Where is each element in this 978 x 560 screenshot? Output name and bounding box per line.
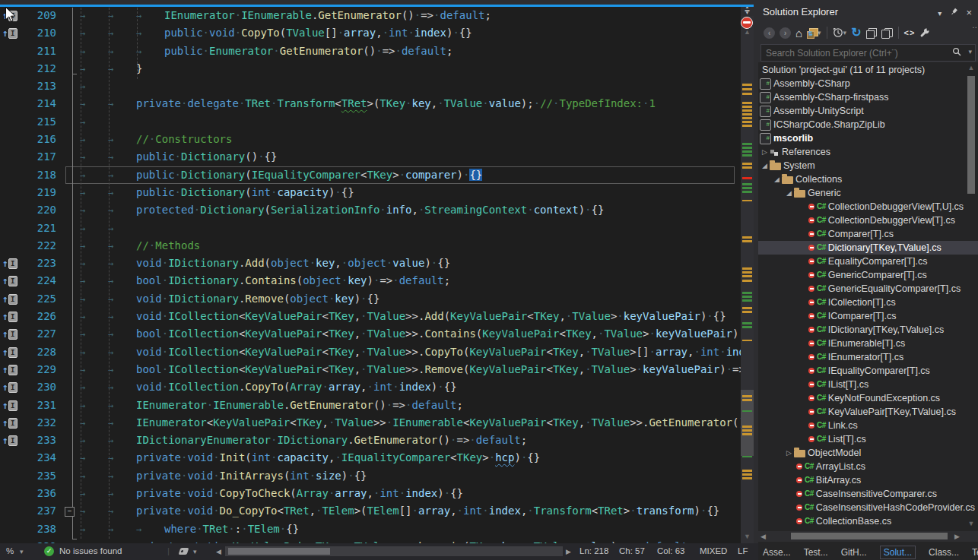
code-line[interactable]: ↑I228→→void·ICollection<KeyValuePair<TKe…: [0, 343, 741, 361]
tree-item-file[interactable]: C#GenericComparer[T].cs: [758, 268, 978, 282]
collapse-region-icon[interactable]: −: [65, 507, 75, 517]
implementation-margin[interactable]: ↑I: [2, 432, 23, 449]
code-text[interactable]: →→void·ICollection.CopyTo(Array·array,·i…: [80, 378, 741, 397]
tree-item-file[interactable]: C#IEnumerable[T].cs: [758, 337, 978, 350]
tree-item-file[interactable]: C#BitArray.cs: [758, 473, 978, 487]
code-text[interactable]: →→→where·TRet·:·TElem·{}: [80, 520, 741, 539]
tree-item-fold[interactable]: ◢System: [758, 159, 966, 172]
issues-status-label[interactable]: No issues found: [59, 546, 122, 555]
expanded-chevron-icon[interactable]: ◢: [772, 172, 782, 186]
tree-item-file[interactable]: C#CaseInsensitiveComparer.cs: [758, 487, 978, 501]
code-text[interactable]: →→bool·IDictionary.Contains(object·key)·…: [80, 272, 741, 290]
interface-implementation-icon[interactable]: I: [8, 382, 17, 393]
code-text[interactable]: →→}: [80, 60, 741, 78]
up-arrow-icon[interactable]: ↑: [2, 417, 8, 429]
tree-item-file[interactable]: C#GenericEqualityComparer[T].cs: [758, 282, 978, 296]
code-line[interactable]: ↑I229→→bool·ICollection<KeyValuePair<TKe…: [0, 361, 741, 378]
code-line[interactable]: ↑I227→→bool·ICollection<KeyValuePair<TKe…: [0, 325, 741, 343]
zoom-selector[interactable]: %: [6, 546, 14, 555]
implementation-margin[interactable]: ↑I: [2, 325, 23, 343]
code-line[interactable]: 238→→→where·TRet·:·TElem·{}: [0, 520, 741, 538]
code-text[interactable]: →→private·void·CopyToCheck(Array·array,·…: [80, 485, 741, 503]
code-line[interactable]: ↑I231→→IEnumerator·IEnumerable.GetEnumer…: [0, 397, 741, 414]
tool-window-tab[interactable]: Tea...: [972, 547, 978, 558]
tree-item-refs[interactable]: ▷References: [758, 145, 966, 159]
sync-with-active-document-button[interactable]: [879, 24, 895, 41]
code-text[interactable]: →→protected·Dictionary(SerializationInfo…: [80, 201, 741, 220]
code-line[interactable]: 211→→→public·Enumerator·GetEnumerator()·…: [0, 43, 741, 60]
chevron-down-icon[interactable]: ▾: [193, 548, 197, 555]
up-arrow-icon[interactable]: ↑: [2, 275, 8, 286]
tree-item-fold[interactable]: ◢Generic: [758, 186, 978, 200]
code-line[interactable]: 239→→private·static·KeyValuePair<TKey,·T…: [0, 538, 741, 543]
forward-button[interactable]: ›: [777, 24, 793, 41]
tool-window-tab[interactable]: GitH...: [841, 547, 867, 558]
tree-item-file[interactable]: C#IEnumerator[T].cs: [758, 350, 978, 364]
code-line[interactable]: 215→: [0, 113, 741, 131]
implementation-margin[interactable]: ↑I: [2, 378, 23, 396]
tree-item-proj[interactable]: Assembly-CSharp: [758, 77, 966, 90]
code-text[interactable]: →→//·Methods: [80, 237, 741, 255]
code-line[interactable]: ↑I225→→void·IDictionary.Remove(object·ke…: [0, 290, 741, 308]
code-text[interactable]: →→private·delegate·TRet·Transform<TRet>(…: [80, 95, 741, 113]
up-arrow-icon[interactable]: ↑: [2, 311, 8, 322]
tree-item-proj[interactable]: Assembly-UnityScript: [758, 104, 966, 118]
search-input[interactable]: [764, 46, 942, 60]
implementation-margin[interactable]: ↑I: [2, 255, 23, 272]
tree-item-fold[interactable]: ▷ObjectModel: [758, 446, 978, 460]
up-arrow-icon[interactable]: ↑: [2, 435, 8, 446]
tree-item-file[interactable]: C#IEqualityComparer[T].cs: [758, 364, 978, 378]
code-line[interactable]: 216→→//·Constructors: [0, 131, 741, 148]
code-text[interactable]: →: [80, 113, 741, 131]
search-icon[interactable]: [952, 47, 961, 56]
code-line[interactable]: ↑I223→→void·IDictionary.Add(object·key,·…: [0, 255, 741, 272]
tool-window-tab[interactable]: Test...: [804, 547, 828, 558]
scroll-down-arrow-icon[interactable]: ▼: [741, 533, 754, 540]
home-button[interactable]: ⌂: [793, 24, 805, 41]
tree-item-file[interactable]: C#KeyNotFoundException.cs: [758, 391, 978, 405]
up-arrow-icon[interactable]: ↑: [2, 400, 8, 411]
tree-item-file[interactable]: C#List[T].cs: [758, 432, 978, 446]
code-line[interactable]: 237−→→private·void·Do_CopyTo<TRet,·TElem…: [0, 502, 741, 520]
solution-explorer-titlebar[interactable]: Solution Explorer ▾ ×: [763, 6, 973, 21]
interface-implementation-icon[interactable]: I: [8, 400, 17, 411]
code-text[interactable]: →→private·void·InitArrays(int·size)·{}: [80, 467, 741, 486]
code-text[interactable]: →→IDictionaryEnumerator·IDictionary.GetE…: [80, 432, 741, 450]
code-line[interactable]: ↑I230→→void·ICollection.CopyTo(Array·arr…: [0, 378, 741, 396]
pending-changes-filter-button[interactable]: ▾: [830, 24, 849, 41]
collapsed-chevron-icon[interactable]: ▷: [784, 446, 794, 460]
pin-icon[interactable]: [950, 7, 958, 18]
code-line[interactable]: 222→→//·Methods: [0, 237, 741, 255]
up-arrow-icon[interactable]: ↑: [2, 346, 8, 358]
tree-item-file[interactable]: C#Comparer[T].cs: [758, 227, 978, 241]
code-line[interactable]: 219→→public·Dictionary(int·capacity)·{}: [0, 184, 741, 201]
tree-item-file[interactable]: C#KeyValuePair[TKey,TValue].cs: [758, 405, 978, 419]
code-line[interactable]: 221→→: [0, 220, 741, 237]
collapse-all-button[interactable]: [864, 24, 879, 41]
implementation-margin[interactable]: ↑I: [2, 361, 23, 378]
implementation-margin[interactable]: ↑I: [2, 24, 23, 42]
up-arrow-icon[interactable]: ↑: [2, 293, 8, 305]
code-text[interactable]: →→void·IDictionary.Add(object·key,·objec…: [80, 255, 741, 273]
tree-item-proj[interactable]: Assembly-CSharp-firstpass: [758, 90, 966, 104]
up-arrow-icon[interactable]: ↑: [2, 258, 8, 269]
interface-implementation-icon[interactable]: I: [8, 28, 17, 39]
code-line[interactable]: 214→→private·delegate·TRet·Transform<TRe…: [0, 95, 741, 112]
interface-implementation-icon[interactable]: I: [8, 329, 17, 340]
interface-implementation-icon[interactable]: I: [8, 294, 17, 305]
interface-implementation-icon[interactable]: I: [8, 365, 17, 375]
code-text[interactable]: →→→public·Enumerator·GetEnumerator()·=>·…: [80, 43, 741, 61]
tree-item-file[interactable]: C#Dictionary[TKey,TValue].cs: [758, 241, 978, 255]
interface-implementation-icon[interactable]: I: [8, 347, 17, 358]
tool-window-tab[interactable]: Class...: [929, 547, 959, 558]
tree-item-file[interactable]: C#CollectionBase.cs: [758, 514, 978, 528]
tree-item-proj[interactable]: ICSharpCode.SharpZipLib: [758, 118, 966, 131]
search-box[interactable]: ▾: [760, 44, 976, 62]
code-text[interactable]: →→void·IDictionary.Remove(object·key)·{}: [80, 290, 741, 308]
window-position-chevron-icon[interactable]: ▾: [938, 9, 941, 17]
code-line[interactable]: 217→→public·Dictionary()·{}: [0, 148, 741, 166]
code-editor[interactable]: ↑I209→→→IEnumerator·IEnumerable.GetEnume…: [0, 7, 754, 543]
implementation-margin[interactable]: ↑I: [2, 308, 23, 325]
switch-views-button[interactable]: ⇅ ▾: [805, 24, 824, 41]
tree-item-file[interactable]: C#IComparer[T].cs: [758, 309, 978, 323]
